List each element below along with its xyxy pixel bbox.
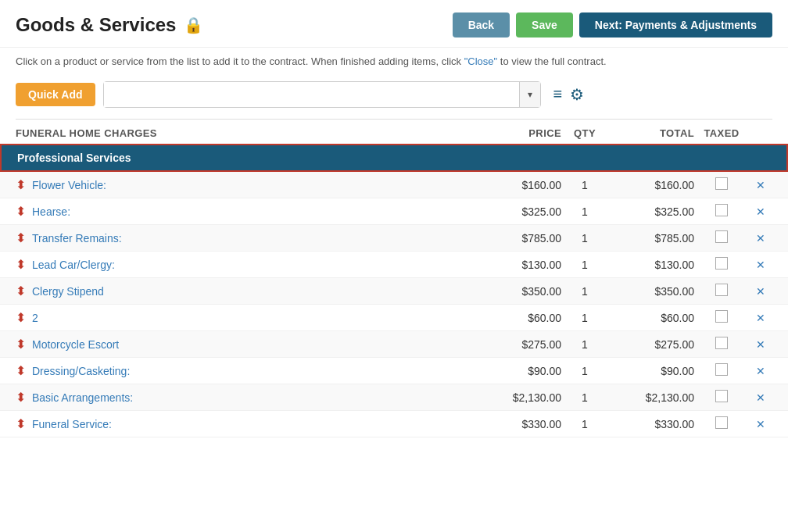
close-link[interactable]: "Close": [464, 55, 497, 67]
drag-handle[interactable]: ⬍: [16, 390, 26, 405]
item-taxed[interactable]: [694, 416, 749, 431]
delete-icon[interactable]: ✕: [756, 418, 765, 430]
item-price: $60.00: [483, 312, 561, 324]
drag-handle[interactable]: ⬍: [16, 204, 26, 219]
delete-icon[interactable]: ✕: [756, 391, 765, 404]
item-name[interactable]: Lead Car/Clergy:: [32, 259, 483, 271]
table-row: ⬍ Funeral Service: $330.00 1 $330.00 ✕: [0, 411, 788, 437]
delete-icon[interactable]: ✕: [756, 285, 765, 298]
search-input[interactable]: [104, 82, 519, 107]
taxed-checkbox[interactable]: [715, 416, 728, 429]
item-taxed[interactable]: [694, 310, 749, 325]
item-taxed[interactable]: [694, 337, 749, 352]
delete-icon[interactable]: ✕: [756, 205, 765, 218]
item-taxed[interactable]: [694, 363, 749, 378]
list-icon[interactable]: ≡: [553, 85, 563, 104]
drag-handle[interactable]: ⬍: [16, 284, 26, 298]
delete-icon[interactable]: ✕: [756, 312, 765, 324]
item-action[interactable]: ✕: [749, 338, 772, 351]
item-qty[interactable]: 1: [561, 232, 608, 245]
item-action[interactable]: ✕: [749, 391, 772, 404]
drag-handle[interactable]: ⬍: [16, 416, 26, 431]
item-name[interactable]: Flower Vehicle:: [32, 179, 483, 191]
item-name[interactable]: Transfer Remains:: [32, 232, 483, 245]
item-qty[interactable]: 1: [561, 418, 608, 430]
item-action[interactable]: ✕: [749, 285, 772, 298]
drag-handle[interactable]: ⬍: [16, 177, 26, 192]
table-body: Professional Services ⬍ Flower Vehicle: …: [0, 144, 788, 437]
item-action[interactable]: ✕: [749, 259, 772, 271]
taxed-checkbox[interactable]: [715, 284, 728, 296]
taxed-checkbox[interactable]: [715, 257, 728, 270]
item-taxed[interactable]: [694, 390, 749, 405]
drag-handle[interactable]: ⬍: [16, 363, 26, 378]
taxed-checkbox[interactable]: [715, 177, 728, 190]
item-qty[interactable]: 1: [561, 285, 608, 298]
item-price: $330.00: [483, 418, 561, 430]
item-name[interactable]: Clergy Stipend: [32, 285, 483, 298]
col-taxed-header: Taxed: [694, 127, 749, 139]
taxed-checkbox[interactable]: [715, 230, 728, 243]
item-name[interactable]: Basic Arrangements:: [32, 391, 483, 404]
item-qty[interactable]: 1: [561, 259, 608, 271]
item-name[interactable]: Motorcycle Escort: [32, 338, 483, 351]
item-total: $325.00: [608, 205, 694, 218]
next-button[interactable]: Next: Payments & Adjustments: [579, 12, 772, 37]
table-row: ⬍ Lead Car/Clergy: $130.00 1 $130.00 ✕: [0, 252, 788, 278]
drag-handle[interactable]: ⬍: [16, 257, 26, 272]
col-price-header: Price: [483, 127, 561, 139]
item-name[interactable]: Dressing/Casketing:: [32, 365, 483, 377]
item-action[interactable]: ✕: [749, 205, 772, 218]
delete-icon[interactable]: ✕: [756, 232, 765, 245]
item-taxed[interactable]: [694, 230, 749, 245]
instruction-after: to view the full contract.: [497, 55, 606, 67]
drag-handle[interactable]: ⬍: [16, 337, 26, 352]
item-total: $2,130.00: [608, 391, 694, 404]
item-qty[interactable]: 1: [561, 312, 608, 324]
drag-handle[interactable]: ⬍: [16, 310, 26, 325]
delete-icon[interactable]: ✕: [756, 179, 765, 191]
item-qty[interactable]: 1: [561, 391, 608, 404]
item-qty[interactable]: 1: [561, 365, 608, 377]
col-qty-header: Qty: [561, 127, 608, 139]
item-name[interactable]: Hearse:: [32, 205, 483, 218]
item-action[interactable]: ✕: [749, 418, 772, 430]
item-taxed[interactable]: [694, 177, 749, 192]
item-qty[interactable]: 1: [561, 179, 608, 191]
item-action[interactable]: ✕: [749, 312, 772, 324]
quick-add-button[interactable]: Quick Add: [16, 83, 95, 106]
delete-icon[interactable]: ✕: [756, 259, 765, 271]
item-action[interactable]: ✕: [749, 365, 772, 377]
gear-icon[interactable]: ⚙: [570, 85, 584, 104]
item-total: $785.00: [608, 232, 694, 245]
delete-icon[interactable]: ✕: [756, 365, 765, 377]
taxed-checkbox[interactable]: [715, 310, 728, 323]
item-action[interactable]: ✕: [749, 232, 772, 245]
taxed-checkbox[interactable]: [715, 337, 728, 349]
item-total: $275.00: [608, 338, 694, 351]
item-total: $330.00: [608, 418, 694, 430]
category-header-0[interactable]: Professional Services: [0, 144, 788, 172]
item-taxed[interactable]: [694, 284, 749, 298]
item-qty[interactable]: 1: [561, 205, 608, 218]
item-taxed[interactable]: [694, 204, 749, 219]
col-action-header: [749, 127, 772, 139]
item-total: $350.00: [608, 285, 694, 298]
toolbar: Quick Add ▾ ≡ ⚙: [0, 75, 788, 116]
item-taxed[interactable]: [694, 257, 749, 272]
delete-icon[interactable]: ✕: [756, 338, 765, 351]
item-name[interactable]: 2: [32, 312, 483, 324]
search-dropdown-button[interactable]: ▾: [519, 82, 540, 107]
item-qty[interactable]: 1: [561, 338, 608, 351]
title-text: Goods & Services: [16, 14, 176, 36]
back-button[interactable]: Back: [453, 12, 510, 37]
taxed-checkbox[interactable]: [715, 363, 728, 376]
drag-handle[interactable]: ⬍: [16, 230, 26, 245]
taxed-checkbox[interactable]: [715, 390, 728, 402]
item-action[interactable]: ✕: [749, 179, 772, 191]
toolbar-icons: ≡ ⚙: [553, 85, 585, 104]
save-button[interactable]: Save: [516, 12, 573, 37]
item-name[interactable]: Funeral Service:: [32, 418, 483, 430]
taxed-checkbox[interactable]: [715, 204, 728, 216]
lock-icon: 🔒: [184, 16, 203, 34]
